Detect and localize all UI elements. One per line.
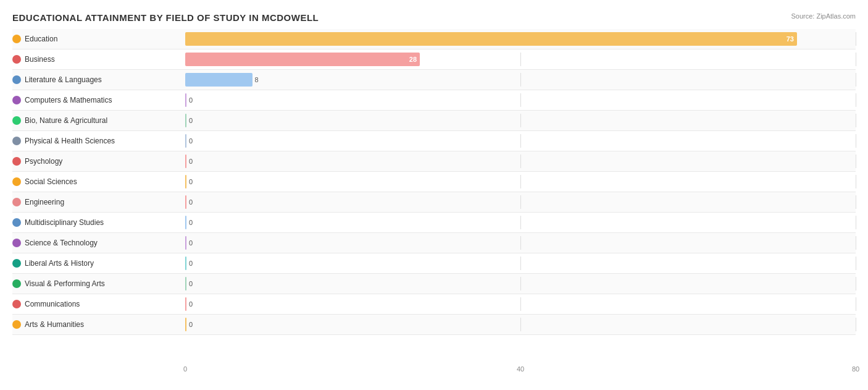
grid-line	[520, 134, 521, 148]
bar-fill	[185, 134, 186, 148]
label-dot	[12, 279, 21, 288]
bar-value: 0	[189, 260, 193, 267]
bar-label: Computers & Mathematics	[12, 96, 185, 104]
label-dot	[12, 320, 21, 329]
bar-value: 0	[189, 96, 193, 104]
bar-fill	[185, 277, 186, 290]
bar-fill	[185, 236, 186, 250]
grid-line	[856, 236, 856, 250]
bar-row: Business28	[12, 49, 856, 70]
label-dot	[12, 218, 21, 227]
bar-value: 0	[189, 280, 193, 287]
bar-row: Visual & Performing Arts0	[12, 274, 856, 294]
bar-fill	[185, 297, 186, 311]
bar-value-inside: 73	[787, 35, 794, 43]
bar-fill	[185, 256, 186, 270]
bar-value: 0	[189, 137, 193, 145]
label-dot	[12, 259, 21, 268]
bar-value: 0	[189, 178, 193, 185]
grid-line	[856, 175, 856, 189]
grid-line	[520, 256, 521, 270]
bar-row: Bio, Nature & Agricultural0	[12, 111, 856, 131]
grid-line	[520, 195, 521, 209]
grid-line	[856, 93, 856, 107]
bar-label: Physical & Health Sciences	[12, 137, 185, 145]
grid-line	[856, 114, 856, 127]
bar-row: Arts & Humanities0	[12, 315, 856, 335]
label-dot	[12, 157, 21, 166]
bar-fill	[185, 93, 186, 107]
bar-row: Multidisciplinary Studies0	[12, 213, 856, 233]
chart-source: Source: ZipAtlas.com	[791, 12, 856, 20]
bar-label: Arts & Humanities	[12, 320, 185, 329]
bar-fill	[185, 114, 186, 127]
bar-track: 0	[185, 297, 856, 311]
grid-line	[520, 175, 521, 189]
bar-track: 28	[185, 53, 856, 66]
grid-line	[520, 114, 521, 127]
label-text: Liberal Arts & History	[25, 259, 94, 268]
bar-track: 0	[185, 134, 856, 148]
label-dot	[12, 239, 21, 247]
bar-row: Literature & Languages8	[12, 70, 856, 90]
bar-value: 0	[189, 239, 193, 247]
bar-fill	[185, 195, 186, 209]
bar-track: 73	[185, 32, 856, 46]
label-dot	[12, 300, 21, 308]
grid-line	[856, 318, 856, 331]
bar-value: 0	[189, 117, 193, 124]
bar-row: Engineering0	[12, 192, 856, 213]
label-text: Literature & Languages	[25, 75, 102, 84]
grid-line	[520, 93, 521, 107]
bar-track: 0	[185, 114, 856, 127]
label-dot	[12, 198, 21, 206]
x-tick: 80	[852, 365, 859, 373]
bar-value: 0	[189, 219, 193, 226]
grid-line	[520, 318, 521, 331]
label-dot	[12, 177, 21, 186]
bar-label: Social Sciences	[12, 177, 185, 186]
bar-label: Communications	[12, 300, 185, 308]
bar-fill: 28	[185, 53, 420, 66]
label-dot	[12, 116, 21, 125]
bar-label: Science & Technology	[12, 239, 185, 247]
label-text: Social Sciences	[25, 177, 77, 186]
label-text: Psychology	[25, 157, 62, 166]
bar-row: Physical & Health Sciences0	[12, 131, 856, 151]
bar-track: 0	[185, 216, 856, 229]
bar-value: 0	[189, 198, 193, 206]
bar-label: Bio, Nature & Agricultural	[12, 116, 185, 125]
bar-value: 8	[255, 76, 259, 83]
bar-row: Education73	[12, 29, 856, 49]
chart-container: EDUCATIONAL ATTAINMENT BY FIELD OF STUDY…	[0, 0, 868, 390]
bar-fill	[185, 216, 186, 229]
bar-track: 0	[185, 195, 856, 209]
bar-label: Education	[12, 35, 185, 43]
label-text: Physical & Health Sciences	[25, 137, 115, 145]
bar-label: Liberal Arts & History	[12, 259, 185, 268]
bar-track: 0	[185, 93, 856, 107]
chart-title: EDUCATIONAL ATTAINMENT BY FIELD OF STUDY…	[12, 12, 856, 23]
label-text: Business	[25, 55, 55, 64]
label-text: Multidisciplinary Studies	[25, 218, 104, 227]
bar-row: Communications0	[12, 294, 856, 315]
bar-track: 0	[185, 318, 856, 331]
bar-value: 0	[189, 300, 193, 308]
bar-fill	[185, 175, 186, 189]
bar-row: Science & Technology0	[12, 233, 856, 253]
label-text: Education	[25, 35, 57, 43]
grid-line	[856, 195, 856, 209]
x-tick: 0	[183, 365, 187, 373]
grid-line	[520, 297, 521, 311]
bar-row: Liberal Arts & History0	[12, 253, 856, 274]
label-text: Bio, Nature & Agricultural	[25, 116, 107, 125]
grid-line	[520, 155, 521, 168]
grid-line	[520, 53, 521, 66]
grid-line	[856, 134, 856, 148]
bar-label: Business	[12, 55, 185, 64]
bar-row: Social Sciences0	[12, 172, 856, 192]
bar-track: 0	[185, 256, 856, 270]
grid-line	[856, 53, 856, 66]
label-dot	[12, 35, 21, 43]
bar-value-inside: 28	[409, 56, 417, 63]
